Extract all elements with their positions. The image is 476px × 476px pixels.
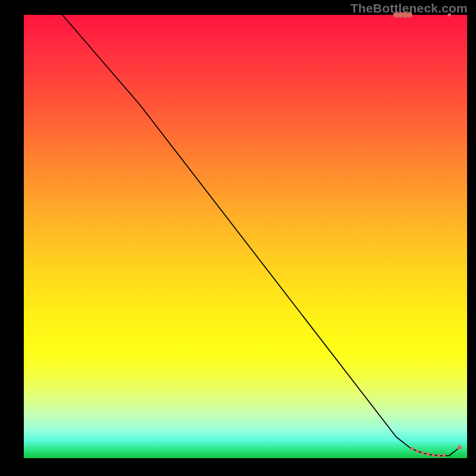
svg-point-4 [411,447,414,450]
svg-point-11 [447,13,451,17]
svg-point-7 [427,453,430,456]
svg-point-5 [416,449,419,453]
svg-point-8 [432,453,436,457]
data-dots [393,12,462,457]
svg-point-3 [406,12,412,18]
chart-svg [24,15,467,458]
svg-point-12 [458,446,462,450]
svg-point-10 [442,454,446,458]
chart-frame: TheBottleneck.com [0,0,476,476]
plot-area [24,15,467,458]
svg-point-6 [421,452,425,455]
svg-point-9 [437,454,441,458]
data-curve [62,15,460,456]
